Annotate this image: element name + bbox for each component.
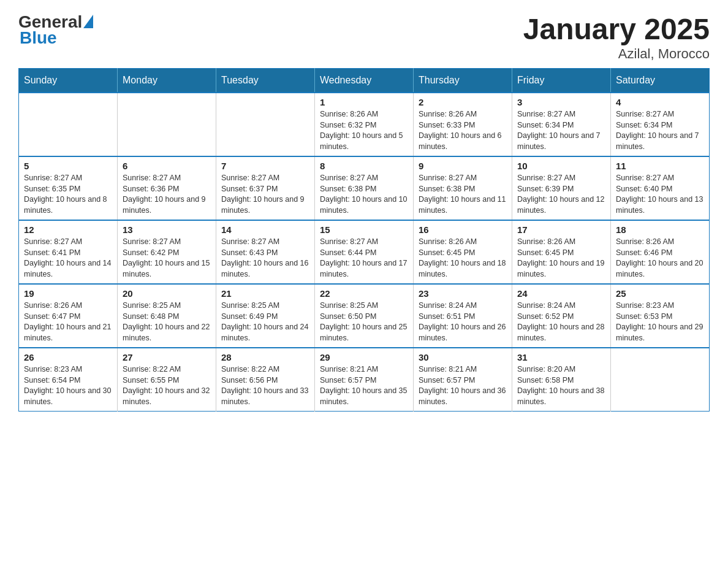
calendar-cell: 31Sunrise: 8:20 AM Sunset: 6:58 PM Dayli… (512, 348, 611, 412)
calendar-cell: 4Sunrise: 8:27 AM Sunset: 6:34 PM Daylig… (611, 93, 710, 156)
day-number: 1 (320, 97, 408, 107)
weekday-header-thursday: Thursday (414, 69, 512, 93)
day-number: 29 (320, 352, 408, 362)
day-info: Sunrise: 8:27 AM Sunset: 6:35 PM Dayligh… (24, 173, 112, 216)
weekday-header-sunday: Sunday (19, 69, 118, 93)
calendar-cell: 25Sunrise: 8:23 AM Sunset: 6:53 PM Dayli… (611, 284, 710, 348)
day-info: Sunrise: 8:20 AM Sunset: 6:58 PM Dayligh… (517, 364, 605, 407)
day-info: Sunrise: 8:26 AM Sunset: 6:45 PM Dayligh… (419, 237, 507, 280)
calendar-cell: 10Sunrise: 8:27 AM Sunset: 6:39 PM Dayli… (512, 156, 611, 220)
day-number: 31 (517, 352, 605, 362)
day-info: Sunrise: 8:26 AM Sunset: 6:47 PM Dayligh… (24, 301, 112, 343)
day-info: Sunrise: 8:22 AM Sunset: 6:56 PM Dayligh… (221, 364, 309, 407)
page-header: General Blue January 2025 Azilal, Morocc… (18, 12, 710, 62)
weekday-header-row: SundayMondayTuesdayWednesdayThursdayFrid… (19, 69, 710, 93)
day-number: 24 (517, 288, 605, 299)
logo-blue-text: Blue (20, 28, 57, 48)
day-number: 8 (320, 161, 408, 171)
day-number: 14 (221, 224, 309, 235)
calendar-cell (118, 93, 216, 156)
calendar-cell: 30Sunrise: 8:21 AM Sunset: 6:57 PM Dayli… (414, 348, 512, 412)
calendar-cell (216, 93, 315, 156)
day-info: Sunrise: 8:23 AM Sunset: 6:53 PM Dayligh… (616, 301, 704, 343)
calendar-cell: 22Sunrise: 8:25 AM Sunset: 6:50 PM Dayli… (315, 284, 414, 348)
page-title: January 2025 (523, 12, 710, 46)
calendar-week-1: 1Sunrise: 8:26 AM Sunset: 6:32 PM Daylig… (19, 93, 710, 156)
day-number: 17 (517, 224, 605, 235)
day-info: Sunrise: 8:24 AM Sunset: 6:52 PM Dayligh… (517, 301, 605, 343)
calendar-cell: 17Sunrise: 8:26 AM Sunset: 6:45 PM Dayli… (512, 220, 611, 284)
weekday-header-tuesday: Tuesday (216, 69, 315, 93)
day-number: 20 (123, 288, 211, 299)
day-info: Sunrise: 8:26 AM Sunset: 6:33 PM Dayligh… (419, 109, 507, 152)
day-info: Sunrise: 8:25 AM Sunset: 6:49 PM Dayligh… (221, 301, 309, 343)
day-info: Sunrise: 8:21 AM Sunset: 6:57 PM Dayligh… (320, 364, 408, 407)
calendar-week-4: 19Sunrise: 8:26 AM Sunset: 6:47 PM Dayli… (19, 284, 710, 348)
day-number: 30 (419, 352, 507, 362)
day-info: Sunrise: 8:22 AM Sunset: 6:55 PM Dayligh… (123, 364, 211, 407)
day-number: 26 (24, 352, 112, 362)
calendar-cell: 14Sunrise: 8:27 AM Sunset: 6:43 PM Dayli… (216, 220, 315, 284)
day-number: 16 (419, 224, 507, 235)
calendar-cell: 24Sunrise: 8:24 AM Sunset: 6:52 PM Dayli… (512, 284, 611, 348)
calendar-cell: 19Sunrise: 8:26 AM Sunset: 6:47 PM Dayli… (19, 284, 118, 348)
day-number: 11 (616, 161, 704, 171)
weekday-header-friday: Friday (512, 69, 611, 93)
calendar-cell (19, 93, 118, 156)
calendar-cell: 23Sunrise: 8:24 AM Sunset: 6:51 PM Dayli… (414, 284, 512, 348)
calendar-cell: 11Sunrise: 8:27 AM Sunset: 6:40 PM Dayli… (611, 156, 710, 220)
calendar-body: 1Sunrise: 8:26 AM Sunset: 6:32 PM Daylig… (19, 93, 710, 412)
day-number: 4 (616, 97, 704, 107)
logo: General Blue (18, 12, 93, 48)
day-info: Sunrise: 8:27 AM Sunset: 6:37 PM Dayligh… (221, 173, 309, 216)
day-number: 3 (517, 97, 605, 107)
day-number: 10 (517, 161, 605, 171)
day-number: 15 (320, 224, 408, 235)
calendar-table: SundayMondayTuesdayWednesdayThursdayFrid… (18, 68, 710, 412)
day-info: Sunrise: 8:26 AM Sunset: 6:32 PM Dayligh… (320, 109, 408, 152)
title-block: January 2025 Azilal, Morocco (523, 12, 710, 62)
calendar-cell: 9Sunrise: 8:27 AM Sunset: 6:38 PM Daylig… (414, 156, 512, 220)
calendar-cell: 5Sunrise: 8:27 AM Sunset: 6:35 PM Daylig… (19, 156, 118, 220)
day-info: Sunrise: 8:23 AM Sunset: 6:54 PM Dayligh… (24, 364, 112, 407)
day-number: 7 (221, 161, 309, 171)
day-info: Sunrise: 8:26 AM Sunset: 6:45 PM Dayligh… (517, 237, 605, 280)
calendar-cell: 13Sunrise: 8:27 AM Sunset: 6:42 PM Dayli… (118, 220, 216, 284)
calendar-cell: 26Sunrise: 8:23 AM Sunset: 6:54 PM Dayli… (19, 348, 118, 412)
day-info: Sunrise: 8:25 AM Sunset: 6:48 PM Dayligh… (123, 301, 211, 343)
day-info: Sunrise: 8:27 AM Sunset: 6:34 PM Dayligh… (616, 109, 704, 152)
day-number: 25 (616, 288, 704, 299)
day-info: Sunrise: 8:25 AM Sunset: 6:50 PM Dayligh… (320, 301, 408, 343)
calendar-cell: 18Sunrise: 8:26 AM Sunset: 6:46 PM Dayli… (611, 220, 710, 284)
calendar-week-3: 12Sunrise: 8:27 AM Sunset: 6:41 PM Dayli… (19, 220, 710, 284)
day-info: Sunrise: 8:27 AM Sunset: 6:42 PM Dayligh… (123, 237, 211, 280)
day-number: 21 (221, 288, 309, 299)
calendar-week-5: 26Sunrise: 8:23 AM Sunset: 6:54 PM Dayli… (19, 348, 710, 412)
day-number: 23 (419, 288, 507, 299)
calendar-header: SundayMondayTuesdayWednesdayThursdayFrid… (19, 69, 710, 93)
calendar-cell: 7Sunrise: 8:27 AM Sunset: 6:37 PM Daylig… (216, 156, 315, 220)
day-info: Sunrise: 8:27 AM Sunset: 6:39 PM Dayligh… (517, 173, 605, 216)
calendar-cell: 15Sunrise: 8:27 AM Sunset: 6:44 PM Dayli… (315, 220, 414, 284)
calendar-cell: 20Sunrise: 8:25 AM Sunset: 6:48 PM Dayli… (118, 284, 216, 348)
calendar-cell: 27Sunrise: 8:22 AM Sunset: 6:55 PM Dayli… (118, 348, 216, 412)
day-number: 27 (123, 352, 211, 362)
calendar-cell: 12Sunrise: 8:27 AM Sunset: 6:41 PM Dayli… (19, 220, 118, 284)
day-number: 6 (123, 161, 211, 171)
day-info: Sunrise: 8:27 AM Sunset: 6:38 PM Dayligh… (419, 173, 507, 216)
day-info: Sunrise: 8:27 AM Sunset: 6:38 PM Dayligh… (320, 173, 408, 216)
day-number: 22 (320, 288, 408, 299)
day-info: Sunrise: 8:21 AM Sunset: 6:57 PM Dayligh… (419, 364, 507, 407)
day-number: 5 (24, 161, 112, 171)
day-number: 12 (24, 224, 112, 235)
calendar-cell: 2Sunrise: 8:26 AM Sunset: 6:33 PM Daylig… (414, 93, 512, 156)
weekday-header-wednesday: Wednesday (315, 69, 414, 93)
calendar-cell: 6Sunrise: 8:27 AM Sunset: 6:36 PM Daylig… (118, 156, 216, 220)
day-info: Sunrise: 8:27 AM Sunset: 6:44 PM Dayligh… (320, 237, 408, 280)
weekday-header-saturday: Saturday (611, 69, 710, 93)
calendar-cell: 16Sunrise: 8:26 AM Sunset: 6:45 PM Dayli… (414, 220, 512, 284)
page-subtitle: Azilal, Morocco (523, 46, 710, 62)
day-info: Sunrise: 8:27 AM Sunset: 6:36 PM Dayligh… (123, 173, 211, 216)
day-info: Sunrise: 8:24 AM Sunset: 6:51 PM Dayligh… (419, 301, 507, 343)
calendar-cell: 1Sunrise: 8:26 AM Sunset: 6:32 PM Daylig… (315, 93, 414, 156)
